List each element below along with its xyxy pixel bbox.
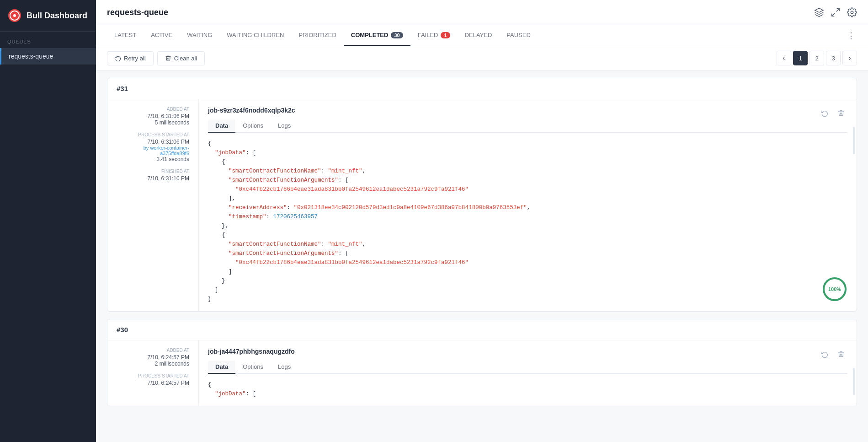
job-30-tabs: Data Options Logs	[208, 361, 847, 374]
sidebar-item-requests-queue[interactable]: requests-queue	[0, 48, 96, 65]
job-30-duration: 2 milliseconds	[117, 361, 189, 367]
job-31-tab-data[interactable]: Data	[208, 119, 235, 133]
job-31-delete-button[interactable]	[835, 107, 847, 119]
job-30-process-section: Process started at 7/10, 6:24:57 PM	[117, 373, 189, 386]
completed-badge: 30	[391, 32, 403, 38]
job-30-tab-logs[interactable]: Logs	[271, 361, 298, 374]
pagination-page-1[interactable]: 1	[793, 51, 808, 65]
delete-icon-30	[837, 350, 845, 358]
main-content: requests-queue LATEST	[96, 0, 868, 442]
job-31-tab-logs[interactable]: Logs	[271, 119, 298, 133]
tab-failed[interactable]: FAILED 1	[410, 25, 458, 46]
retry-all-button[interactable]: Retry all	[107, 51, 154, 65]
action-buttons: Retry all Clean all	[107, 51, 205, 65]
job-31-header: #31	[107, 78, 857, 99]
tab-waiting[interactable]: WAITING	[180, 25, 219, 46]
retry-icon	[115, 55, 121, 61]
tab-active[interactable]: ACTIVE	[144, 25, 180, 46]
job-31-duration: 5 milliseconds	[117, 119, 189, 126]
tabs-list: LATEST ACTIVE WAITING WAITING CHILDREN P…	[107, 25, 538, 46]
job-31-body: Added at 7/10, 6:31:06 PM 5 milliseconds…	[107, 99, 857, 311]
job-30-scrollbar[interactable]	[853, 368, 855, 395]
job-31-progress: 100%	[822, 276, 847, 302]
retry-small-icon-30	[821, 350, 828, 358]
jobs-content: #31 Added at 7/10, 6:31:06 PM 5 millisec…	[96, 70, 868, 442]
svg-point-2	[13, 14, 16, 17]
job-31-process-section: Process started at 7/10, 6:31:06 PM by w…	[117, 132, 189, 162]
job-30-added-section: Added at 7/10, 6:24:57 PM 2 milliseconds	[117, 348, 189, 367]
failed-badge: 1	[441, 32, 450, 38]
clean-all-button[interactable]: Clean all	[157, 51, 205, 65]
tab-completed[interactable]: COMPLETED 30	[344, 25, 410, 46]
job-30-added-label: Added at	[117, 348, 189, 353]
svg-line-4	[836, 9, 839, 11]
expand-icon[interactable]	[831, 7, 841, 17]
job-30-id: job-ja4447phbhgsnaqugzdfo	[208, 348, 847, 355]
job-30-actions	[818, 348, 847, 361]
job-30-tab-options[interactable]: Options	[235, 361, 271, 374]
job-30-body: Added at 7/10, 6:24:57 PM 2 milliseconds…	[107, 340, 857, 406]
job-30-meta: Added at 7/10, 6:24:57 PM 2 milliseconds…	[107, 340, 199, 406]
job-31-scrollbar[interactable]	[853, 127, 855, 154]
tab-waiting-children[interactable]: WAITING CHILDREN	[219, 25, 291, 46]
pagination-page-2[interactable]: 2	[809, 51, 824, 65]
settings-icon[interactable]	[847, 7, 857, 17]
job-30-process-label: Process started at	[117, 373, 189, 378]
job-31-process-duration: 3.41 seconds	[117, 156, 189, 162]
pagination-prev[interactable]: ‹	[777, 51, 791, 65]
job-31-finished-value: 7/10, 6:31:10 PM	[117, 175, 189, 182]
job-30-code: { "jobData": [	[208, 380, 847, 399]
job-30-tab-data[interactable]: Data	[208, 361, 235, 374]
svg-line-5	[832, 13, 835, 16]
trash-icon	[165, 55, 171, 61]
tabs-bar: LATEST ACTIVE WAITING WAITING CHILDREN P…	[96, 25, 868, 46]
job-31-meta: Added at 7/10, 6:31:06 PM 5 milliseconds…	[107, 99, 199, 311]
job-31-added-section: Added at 7/10, 6:31:06 PM 5 milliseconds	[117, 107, 189, 126]
tab-paused[interactable]: PAUSED	[499, 25, 538, 46]
tab-delayed[interactable]: DELAYED	[458, 25, 500, 46]
queues-section-label: QUEUES	[0, 32, 96, 48]
pagination-page-3[interactable]: 3	[826, 51, 841, 65]
job-31-retry-button[interactable]	[818, 107, 831, 119]
job-31-tabs: Data Options Logs	[208, 119, 847, 133]
topbar: requests-queue	[96, 0, 868, 25]
job-card-30: #30 Added at 7/10, 6:24:57 PM 2 millisec…	[107, 319, 857, 406]
job-31-detail: job-s9zr3z4f6nodd6xqlp3k2c Data Options …	[199, 99, 857, 311]
job-31-tab-options[interactable]: Options	[235, 119, 271, 133]
job-31-process-value: 7/10, 6:31:06 PM	[117, 139, 189, 145]
job-31-finished-section: Finished at 7/10, 6:31:10 PM	[117, 169, 189, 182]
action-bar: Retry all Clean all ‹ 1 2 3 ›	[96, 46, 868, 70]
job-card-31: #31 Added at 7/10, 6:31:06 PM 5 millisec…	[107, 78, 857, 312]
sidebar: Bull Dashboard QUEUES requests-queue	[0, 0, 96, 442]
svg-marker-3	[815, 8, 823, 12]
delete-icon	[837, 109, 845, 117]
pagination-next[interactable]: ›	[842, 51, 857, 65]
svg-point-6	[851, 11, 853, 14]
tab-prioritized[interactable]: PRIORITIZED	[291, 25, 343, 46]
job-31-finished-label: Finished at	[117, 169, 189, 174]
app-title: Bull Dashboard	[27, 11, 87, 21]
job-31-progress-text: 100%	[828, 286, 841, 292]
topbar-actions	[814, 7, 857, 17]
job-31-code: { "jobData": [ { "smartContractFunctionN…	[208, 139, 847, 304]
job-31-added-value: 7/10, 6:31:06 PM	[117, 113, 189, 119]
queue-name-heading: requests-queue	[107, 8, 168, 17]
job-30-delete-button[interactable]	[835, 348, 847, 361]
retry-small-icon	[821, 109, 828, 117]
job-30-detail: job-ja4447phbhgsnaqugzdfo Data Options L…	[199, 340, 857, 406]
job-31-process-label: Process started at	[117, 132, 189, 137]
tabs-more-button[interactable]: ⋮	[845, 29, 857, 43]
layers-icon[interactable]	[814, 7, 824, 17]
pagination: ‹ 1 2 3 ›	[777, 51, 857, 65]
job-30-retry-button[interactable]	[818, 348, 831, 361]
job-30-process-value: 7/10, 6:24:57 PM	[117, 380, 189, 386]
job-31-actions	[818, 107, 847, 119]
sidebar-header: Bull Dashboard	[0, 0, 96, 32]
job-31-added-label: Added at	[117, 107, 189, 112]
job-30-added-value: 7/10, 6:24:57 PM	[117, 354, 189, 361]
job-31-worker: by worker-container-a375ffda89f6	[117, 145, 189, 156]
job-31-id: job-s9zr3z4f6nodd6xqlp3k2c	[208, 107, 847, 114]
job-30-header: #30	[107, 319, 857, 340]
tab-latest[interactable]: LATEST	[107, 25, 144, 46]
bull-logo-icon	[7, 8, 22, 23]
